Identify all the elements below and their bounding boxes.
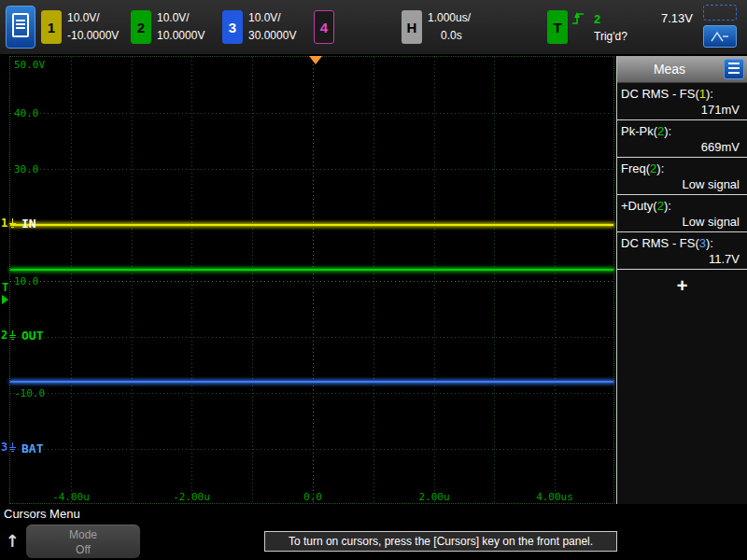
trace-channel-3 (10, 381, 613, 383)
trigger-level: 7.13V (635, 11, 693, 25)
channel-1-ground-marker[interactable]: 1 (1, 217, 17, 230)
measurement-channel: 3 (699, 236, 706, 250)
back-button[interactable]: ↑ (2, 528, 22, 554)
timebase-delay: 0.0s (441, 27, 471, 45)
measurement-label: DC RMS - FS( (621, 236, 699, 250)
y-axis-label: -10.0 (14, 387, 45, 399)
waveform-tools-button[interactable] (703, 25, 737, 48)
channel-1-settings: 10.0V/ -10.0000V (67, 9, 119, 45)
hint-message: To turn on cursors, press the [Cursors] … (264, 531, 617, 552)
measurement-row[interactable]: Freq(2): Low signal (617, 158, 747, 195)
measurement-value: Low signal (621, 176, 743, 192)
measurement-label: +Duty( (621, 199, 657, 213)
trigger-slope-icon (571, 10, 585, 27)
y-axis-label: 50.0V (14, 59, 45, 71)
measurements-menu-button[interactable] (724, 59, 744, 79)
trace-channel-2 (10, 269, 613, 271)
measurement-label-suffix: ): (706, 87, 713, 101)
trigger-source: 2 (594, 12, 600, 27)
trigger-key[interactable]: T (547, 10, 568, 44)
channel-3-scale: 10.0V/ (248, 9, 296, 27)
menu-title: Cursors Menu (4, 507, 80, 521)
measurement-row[interactable]: Pk-Pk(2): 669mV (617, 120, 747, 158)
measurement-label-suffix: ): (664, 124, 671, 138)
x-axis-label: 0.0 (285, 491, 341, 503)
measurement-row[interactable]: DC RMS - FS(3): 11.7V (617, 232, 747, 270)
channel-number: 2 (1, 329, 7, 342)
channel-2-key[interactable]: 2 (131, 10, 151, 44)
trigger-status: Trig'd? (594, 30, 627, 43)
measurement-label-suffix: ): (706, 236, 713, 250)
oscilloscope-screen: 1 10.0V/ -10.0000V 2 10.0V/ 10.0000V 3 1… (0, 0, 747, 560)
add-measurement-button[interactable]: + (617, 270, 747, 301)
measurement-label: Freq( (621, 161, 650, 175)
trigger-position-marker[interactable] (309, 56, 322, 64)
channel-3-key[interactable]: 3 (222, 10, 243, 44)
measurement-value: 669mV (621, 139, 743, 155)
mode-softkey[interactable]: Mode Off (26, 525, 140, 558)
y-axis-label: 10.0 (14, 275, 39, 287)
channel-1-scale: 10.0V/ (67, 9, 119, 27)
trace-channel-1 (10, 224, 613, 226)
measurement-row[interactable]: +Duty(2): Low signal (617, 195, 747, 232)
ground-icon (8, 330, 17, 340)
measurement-value: 11.7V (621, 251, 743, 267)
measurements-header: Meas (617, 56, 747, 83)
waveform-display: 50.0V 40.0 30.0 10.0 -10.0 -4.00u -2.00u… (9, 56, 614, 504)
channel-2-scale: 10.0V/ (157, 9, 204, 27)
y-axis-label: 30.0 (14, 163, 39, 175)
panel-title: Meas (617, 56, 722, 82)
trigger-letter: T (2, 281, 8, 294)
trace-label-out: OUT (21, 329, 43, 343)
softkey-bar: Cursors Menu ↑ Mode Off To turn on curso… (0, 504, 747, 560)
capture-region-button[interactable] (703, 5, 737, 21)
waveform-icon (710, 30, 730, 43)
channel-2-ground-marker[interactable]: 2 (1, 329, 17, 342)
x-axis-label: -2.00u (163, 491, 219, 503)
channel-3-settings: 10.0V/ 30.0000V (248, 9, 296, 45)
y-axis-label: 40.0 (14, 107, 39, 119)
horizontal-settings: 1.000us/ 0.0s (428, 9, 471, 45)
ground-icon (8, 218, 17, 228)
measurements-panel: Meas DC RMS - FS(1): 171mV Pk-Pk(2): 669… (616, 56, 747, 504)
measurement-label-suffix: ): (664, 199, 671, 213)
measurement-channel: 1 (699, 87, 706, 101)
trace-label-in: IN (21, 217, 36, 231)
top-bar: 1 10.0V/ -10.0000V 2 10.0V/ 10.0000V 3 1… (0, 0, 747, 55)
channel-number: 1 (1, 217, 7, 230)
x-axis-label: 4.00us (527, 491, 583, 503)
measurement-value: Low signal (621, 214, 743, 230)
horizontal-key[interactable]: H (402, 10, 422, 44)
softkey-value: Off (26, 542, 140, 557)
timebase-scale: 1.000us/ (428, 9, 471, 27)
x-axis-label: -4.00u (43, 491, 99, 503)
trace-label-bat: BAT (21, 441, 43, 455)
channel-number: 3 (1, 441, 7, 454)
trigger-arrow-icon (2, 295, 8, 304)
channel-4-key[interactable]: 4 (314, 10, 334, 44)
measurement-label: Pk-Pk( (621, 124, 657, 138)
measurement-label: DC RMS - FS( (621, 87, 699, 101)
channel-1-offset: -10.0000V (67, 27, 119, 45)
menu-icon (12, 13, 29, 37)
channel-1-key[interactable]: 1 (41, 10, 62, 44)
measurement-channel: 2 (657, 199, 664, 213)
trigger-level-marker[interactable]: T (2, 281, 8, 304)
x-axis-label: 2.00u (406, 491, 462, 503)
measurement-label-suffix: ): (656, 161, 664, 175)
measurement-value: 171mV (621, 102, 743, 118)
menu-button[interactable] (6, 6, 35, 49)
ground-icon (8, 442, 17, 452)
channel-2-offset: 10.0000V (157, 27, 204, 45)
channel-3-offset: 30.0000V (248, 27, 296, 45)
softkey-label: Mode (26, 527, 140, 542)
menu-icon (728, 63, 740, 64)
graticule (10, 57, 613, 503)
measurement-row[interactable]: DC RMS - FS(1): 171mV (617, 83, 747, 120)
channel-2-settings: 10.0V/ 10.0000V (157, 9, 204, 45)
channel-3-ground-marker[interactable]: 3 (1, 441, 17, 454)
